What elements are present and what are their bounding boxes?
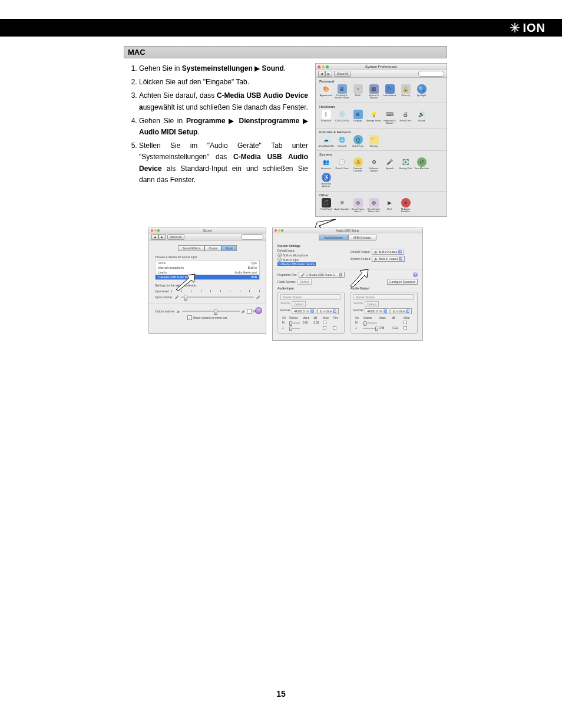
pref-international[interactable]: 🏳International [382,84,398,100]
pref-finalvinyl[interactable]: 🎵Final Vinyl [318,198,334,213]
input-volume-slider[interactable] [181,297,254,298]
grid-icon: ▦ [369,84,379,94]
window-titlebar: Audio MIDI Setup [273,228,422,233]
show-all-button[interactable]: Show All [167,234,184,240]
pref-print[interactable]: 🖨Print & Fax [398,110,414,125]
choose-label: Choose a device for sound input [155,255,260,259]
timemachine-icon: ↺ [417,157,427,167]
zoom-icon[interactable] [157,229,160,232]
clock-source-select: Default [297,279,312,285]
pref-displays[interactable]: 🖥Displays [350,110,366,125]
pref-speech[interactable]: 🎤Speech [382,157,398,173]
tab-bar: Sound Effects Output Input [149,245,266,251]
globe-icon: 🌐 [338,135,347,144]
mute-checkbox[interactable] [404,321,407,324]
search-input[interactable] [418,71,444,77]
forward-button[interactable]: ▶ [325,71,332,77]
help-button[interactable]: ? [413,272,418,277]
search-input[interactable] [241,234,263,240]
radio-builtin-input[interactable]: Built-in Input [277,258,345,262]
channel-slider[interactable] [363,322,376,324]
pref-security[interactable]: 🔒Security [398,84,414,100]
pref-startup[interactable]: 💽Startup Disk [398,157,414,173]
radio-cmedia[interactable]: C-Media USB Audio Device [277,262,345,266]
table-row[interactable]: Internal microphoneBuilt-in [156,265,259,270]
thru-checkbox[interactable] [333,326,336,330]
back-button[interactable]: ◀ [318,71,325,77]
pref-apple-speaker[interactable]: ❄Apple Speaker [334,198,350,213]
pref-dock[interactable]: ▫Dock [350,84,366,100]
step-2: Löicken Sie auf den "Eingabe" Tab. [139,77,308,88]
format-hz-select[interactable]: 44100.0 Hz▾ [365,308,389,314]
pref-software[interactable]: ⚙Software Update [366,157,382,173]
tab-bar: Audio Devices MIDI Devices [273,235,422,241]
tab-sound-effects[interactable]: Sound Effects [178,245,204,251]
pref-cds[interactable]: 💿CDs & DVDs [334,110,350,125]
source-select: Default [292,301,306,307]
mute-checkbox[interactable] [247,309,252,314]
zoom-icon[interactable] [281,229,283,232]
mute-checkbox[interactable] [404,326,407,330]
mute-checkbox[interactable] [323,321,326,324]
close-icon[interactable] [151,229,153,232]
back-button[interactable]: ◀ [151,234,158,240]
pref-sharepoints[interactable]: ⊕SharePoints Main 2 [350,198,366,213]
pref-energy[interactable]: 💡Energy Saver [366,110,382,125]
pref-spotlight[interactable]: 🔍Spotlight [414,84,429,100]
input-device-table[interactable]: NameType Internal microphoneBuilt-in Lin… [155,260,260,280]
pref-sound[interactable]: 🔊Sound [414,110,429,125]
pref-universal[interactable]: ♿Universal Access [318,173,334,188]
minimize-icon[interactable] [278,229,280,232]
radio-builtin-mic[interactable]: Built-in Microphone [277,253,345,257]
printer-icon: 🖨 [401,110,411,119]
pref-parental[interactable]: ⚠Parental Controls [350,157,366,173]
pref-accounts[interactable]: 👥Accounts [318,157,334,173]
pref-dotmac[interactable]: ☁.Mac/MobileMe [318,135,334,147]
input-channels-table: ChVolumeValuedBMuteThru M0.000.00 1 [280,315,342,331]
window-title: Sound [203,229,211,232]
audio-midi-setup-window: Audio MIDI Setup Audio Devices MIDI Devi… [272,228,423,341]
tab-input[interactable]: Input [222,245,236,251]
format-bits-select[interactable]: 2ch-16bit⇅ [391,308,412,314]
vinyl-icon: 🎵 [322,198,331,207]
pref-timemachine[interactable]: ↺Time Machine [414,157,429,173]
pref-divx[interactable]: ▶DivX [382,198,398,213]
pref-datetime[interactable]: 🕒Date & Time [334,157,350,173]
desktop-icon: 🖥 [338,84,347,94]
pref-sharepoints2[interactable]: ⊕SharePoints Main 3 Fix [366,198,382,213]
show-all-button[interactable]: Show All [334,71,351,77]
table-row[interactable]: Line InAudio line-in port [156,270,259,275]
system-preferences-window: System Preferences ◀▶ Show All Personal … [315,63,447,217]
format-hz-select[interactable]: 44100.0 Hz▾ [292,308,316,314]
format-bits-select[interactable]: 2ch-16bit⇅ [318,308,339,314]
default-output-select[interactable]: 🔊Built-in Output⇅ [372,249,405,255]
mute-checkbox[interactable] [323,326,326,330]
channel-slider[interactable] [289,322,300,324]
pref-keyboard[interactable]: ⌨Keyboard & Mouse [382,110,398,125]
close-icon[interactable] [275,229,277,232]
properties-for-select[interactable]: 🎤C-Media USB Audio D...⇅ [299,272,345,278]
tab-midi-devices[interactable]: MIDI Devices [348,235,376,241]
show-menu-checkbox[interactable]: ✓ [187,315,192,320]
pref-sharing[interactable]: 📁Sharing [366,135,382,147]
table-row-selected[interactable]: C-Media USB Audio DeviceUSB [156,275,259,279]
pref-network[interactable]: 🌐Network [334,135,350,147]
system-output-select[interactable]: 🔊Built-in Output⇅ [372,256,405,262]
tab-audio-devices[interactable]: Audio Devices [319,235,348,241]
disc-icon: 💿 [338,110,347,119]
tab-output[interactable]: Output [204,245,222,251]
pref-quicktime[interactable]: QQuickTime [350,135,366,147]
minimize-icon[interactable] [154,229,157,232]
disk-icon: 💽 [401,157,411,167]
forward-button[interactable]: ▶ [158,234,166,240]
brand-logo: ION [510,21,546,35]
channel-slider[interactable] [289,328,300,329]
pref-bluetooth[interactable]: ᛒBluetooth [318,110,334,125]
pref-appearance[interactable]: 🎨Appearance [318,84,334,100]
configure-speakers-button[interactable]: Configure Speakers [387,279,418,285]
pref-desktop[interactable]: 🖥Desktop & Screen Saver [334,84,350,100]
output-volume-slider[interactable] [182,311,240,312]
pref-expose[interactable]: ▦Exposé & Spaces [366,84,382,100]
pref-maudio[interactable]: ●M-Audio FireWire [398,198,414,213]
channel-slider[interactable] [363,328,376,329]
